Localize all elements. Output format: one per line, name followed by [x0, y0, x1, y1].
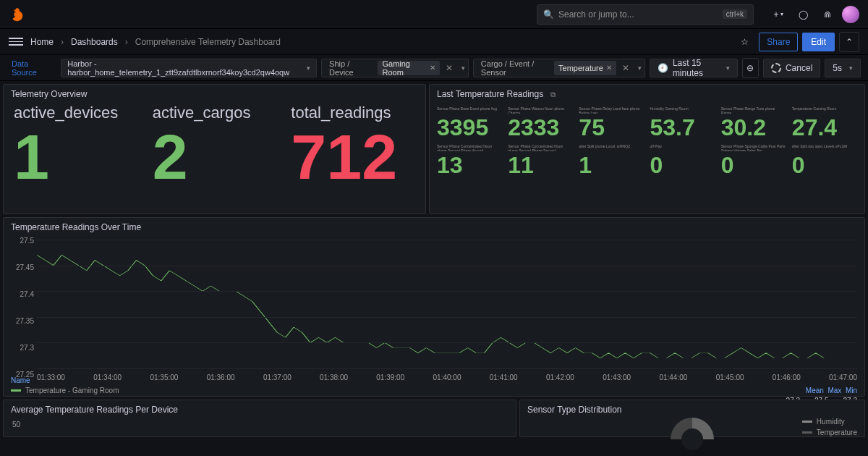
breadcrumb-bar: Home › Dashboards › Comprehensive Teleme… [0, 29, 868, 55]
crumb-dashboards[interactable]: Dashboards [71, 37, 118, 47]
search-kbd-hint: ctrl+k [723, 9, 747, 19]
menu-icon[interactable] [9, 35, 23, 49]
reading-cell: Temperature Gaming Room 27.4 [792, 106, 857, 141]
stat-value: 1 [14, 125, 138, 189]
close-icon[interactable]: ✕ [606, 64, 612, 72]
reading-label: Sensor Phase Concentrated Noon plume Sec… [437, 144, 502, 151]
crumb-sep: › [61, 37, 64, 47]
sensor-dist-panel: Sensor Type Distribution HumidityTempera… [519, 400, 865, 437]
edit-button[interactable]: Edit [802, 33, 835, 51]
cancel-label: Cancel [786, 63, 812, 73]
panel-title: Temperature Readings Over Time [4, 218, 864, 237]
chevron-down-icon: ▾ [638, 64, 642, 72]
legend-swatch [802, 421, 812, 423]
reading-value: 3395 [437, 114, 502, 141]
stat-value: 712 [291, 125, 415, 189]
chevron-icon[interactable]: ⌃ [839, 32, 859, 52]
external-link-icon[interactable]: ⧉ [550, 90, 556, 98]
time-range-picker[interactable]: 🕘 Last 15 minutes ▾ [650, 59, 738, 77]
panel-title: Average Temperature Readings Per Device [4, 400, 516, 419]
legend-label: Humidity [817, 418, 845, 426]
ship-filter[interactable]: Ship / Device Gaming Room✕ ✕ ▾ [321, 59, 469, 77]
close-icon[interactable]: ✕ [619, 63, 632, 73]
legend-name-header: Name [11, 376, 30, 384]
reading-label: after Split day apex Levels xPLUM [792, 144, 857, 151]
zoom-out-icon[interactable]: ⊖ [742, 58, 759, 78]
ship-chip[interactable]: Gaming Room✕ [378, 61, 439, 75]
star-icon[interactable]: ☆ [734, 32, 754, 52]
clock-icon: 🕘 [658, 63, 668, 73]
dist-legend-item[interactable]: Humidity [802, 418, 857, 426]
reading-value: 0 [792, 151, 857, 179]
reading-label: off Play [650, 144, 715, 151]
grafana-logo[interactable] [9, 7, 25, 22]
panel-title: Last Temperature Readings ⧉ [430, 85, 864, 104]
reading-label: Sensor Phase Range Tone plume Range [721, 106, 786, 114]
share-button[interactable]: Share [759, 33, 798, 51]
reading-value: 0 [721, 151, 786, 179]
panels: Telemetry Overview active_devices 1activ… [0, 81, 868, 440]
reading-value: 27.4 [792, 114, 857, 141]
news-icon[interactable]: ⋒ [817, 4, 838, 25]
help-icon[interactable]: ◯ [793, 4, 813, 25]
reading-cell: after Split day apex Levels xPLUM 0 [792, 144, 857, 179]
reading-cell: Sensor Phase Relay Land face plume Befor… [579, 106, 644, 141]
reading-cell: after Split plume Local, stMNQZ 1 [579, 144, 644, 179]
search-icon: 🔍 [543, 9, 554, 20]
filter-bar: Data Source Harbor - harbor_home_telemet… [0, 55, 868, 81]
close-icon[interactable]: ✕ [430, 64, 435, 72]
data-source-value: Harbor - harbor_home_telemetry_1_ztt9zaf… [67, 59, 299, 77]
last-readings-panel: Last Temperature Readings ⧉ Sensor Phase… [429, 84, 865, 214]
crumb-home[interactable]: Home [30, 37, 54, 47]
data-source-label: Data Source [7, 59, 56, 77]
chart-plot[interactable] [37, 240, 857, 368]
stat-col: total_readings 712 [284, 104, 422, 189]
add-button[interactable]: +▾ [768, 4, 788, 25]
data-source-select[interactable]: Harbor - harbor_home_telemetry_1_ztt9zaf… [61, 59, 317, 77]
legend-series-label[interactable]: Temperature - Gaming Room [25, 387, 119, 394]
reading-value: 13 [437, 151, 502, 179]
reading-cell: Sensor Phase Watson Noon plume Chance 23… [508, 106, 573, 141]
y-axis: 27.527.4527.427.3527.327.25 [7, 237, 34, 379]
search-placeholder: Search or jump to... [558, 9, 634, 20]
reading-cell: Sensor Phase Concentrated Noon plume Sec… [508, 144, 573, 179]
refresh-interval[interactable]: 5s ▾ [825, 59, 861, 77]
reading-label: Sensor Phase Base Event plume Avg [437, 106, 502, 114]
crumb-current: Comprehensive Telemetry Dashboard [135, 37, 281, 47]
cancel-button[interactable]: Cancel [763, 59, 820, 77]
reading-value: 2333 [508, 114, 573, 141]
legend-swatch [11, 389, 21, 392]
search-input[interactable]: 🔍 Search or jump to... ctrl+k [537, 4, 754, 25]
legend-swatch [802, 431, 812, 434]
stat-col: active_cargos 2 [145, 104, 284, 189]
reading-cell: Sensor Phase Base Event plume Avg 3395 [437, 106, 502, 141]
spinner-icon [771, 63, 781, 73]
stat-label: active_cargos [153, 104, 277, 122]
dist-legend-item[interactable]: Temperature [802, 428, 857, 436]
crumb-sep: › [125, 37, 128, 47]
reading-cell: Sensor Phase Concentrated Noon plume Sec… [437, 144, 502, 179]
chevron-down-icon: ▾ [726, 64, 730, 72]
chart-body: 27.527.4527.427.3527.327.25 01:33:0001:3… [4, 237, 864, 396]
cargo-label: Cargo / Event / Sensor [477, 59, 551, 77]
reading-cell: Sensor Phase Sponge Cable Post Parts Sph… [721, 144, 786, 179]
reading-value: 30.2 [721, 114, 786, 141]
telemetry-overview-panel: Telemetry Overview active_devices 1activ… [3, 84, 426, 214]
cargo-filter[interactable]: Cargo / Event / Sensor Temperature✕ ✕ ▾ [473, 59, 645, 77]
reading-label: Sensor Phase Relay Land face plume Befor… [579, 106, 644, 114]
close-icon[interactable]: ✕ [443, 63, 456, 73]
reading-label: Temperature Gaming Room [792, 106, 857, 114]
reading-label: after Split plume Local, stMNQZ [579, 144, 644, 151]
x-axis: 01:33:0001:34:0001:35:0001:36:0001:37:00… [37, 373, 857, 381]
temperature-chart-panel: Temperature Readings Over Time 27.527.45… [3, 217, 865, 397]
reading-value: 75 [579, 114, 644, 141]
avatar[interactable] [842, 6, 859, 23]
reading-label: Sensor Phase Concentrated Noon plume Sec… [508, 144, 573, 151]
panel-title: Telemetry Overview [4, 85, 425, 104]
chevron-down-icon: ▾ [849, 64, 853, 72]
reading-cell: Sensor Phase Range Tone plume Range 30.2 [721, 106, 786, 141]
topbar-actions: +▾ ◯ ⋒ [768, 4, 859, 25]
reading-value: 1 [579, 151, 644, 179]
cargo-chip[interactable]: Temperature✕ [554, 61, 616, 75]
donut-chart [671, 418, 714, 439]
